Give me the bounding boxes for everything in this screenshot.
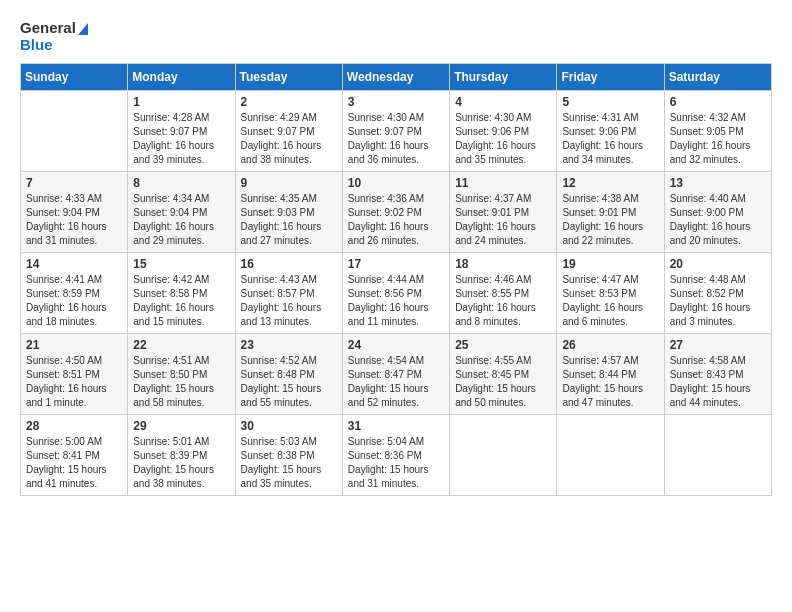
day-cell: 2Sunrise: 4:29 AMSunset: 9:07 PMDaylight…	[235, 91, 342, 172]
day-cell: 28Sunrise: 5:00 AMSunset: 8:41 PMDayligh…	[21, 415, 128, 496]
day-number: 17	[348, 257, 444, 271]
day-info: Sunrise: 4:41 AMSunset: 8:59 PMDaylight:…	[26, 273, 122, 329]
day-info: Sunrise: 5:04 AMSunset: 8:36 PMDaylight:…	[348, 435, 444, 491]
week-row-1: 1Sunrise: 4:28 AMSunset: 9:07 PMDaylight…	[21, 91, 772, 172]
day-number: 19	[562, 257, 658, 271]
day-cell: 8Sunrise: 4:34 AMSunset: 9:04 PMDaylight…	[128, 172, 235, 253]
day-info: Sunrise: 4:42 AMSunset: 8:58 PMDaylight:…	[133, 273, 229, 329]
day-number: 15	[133, 257, 229, 271]
day-cell: 21Sunrise: 4:50 AMSunset: 8:51 PMDayligh…	[21, 334, 128, 415]
day-info: Sunrise: 4:30 AMSunset: 9:06 PMDaylight:…	[455, 111, 551, 167]
day-number: 8	[133, 176, 229, 190]
day-cell	[557, 415, 664, 496]
day-number: 12	[562, 176, 658, 190]
day-number: 23	[241, 338, 337, 352]
day-number: 10	[348, 176, 444, 190]
day-info: Sunrise: 4:29 AMSunset: 9:07 PMDaylight:…	[241, 111, 337, 167]
day-number: 22	[133, 338, 229, 352]
day-number: 26	[562, 338, 658, 352]
day-cell: 12Sunrise: 4:38 AMSunset: 9:01 PMDayligh…	[557, 172, 664, 253]
day-number: 3	[348, 95, 444, 109]
day-info: Sunrise: 5:00 AMSunset: 8:41 PMDaylight:…	[26, 435, 122, 491]
day-number: 31	[348, 419, 444, 433]
day-cell: 29Sunrise: 5:01 AMSunset: 8:39 PMDayligh…	[128, 415, 235, 496]
day-cell: 10Sunrise: 4:36 AMSunset: 9:02 PMDayligh…	[342, 172, 449, 253]
day-info: Sunrise: 4:28 AMSunset: 9:07 PMDaylight:…	[133, 111, 229, 167]
day-cell	[21, 91, 128, 172]
day-number: 30	[241, 419, 337, 433]
day-cell: 27Sunrise: 4:58 AMSunset: 8:43 PMDayligh…	[664, 334, 771, 415]
day-number: 1	[133, 95, 229, 109]
logo: General Blue	[20, 20, 88, 53]
day-cell: 16Sunrise: 4:43 AMSunset: 8:57 PMDayligh…	[235, 253, 342, 334]
day-number: 25	[455, 338, 551, 352]
day-number: 24	[348, 338, 444, 352]
column-header-tuesday: Tuesday	[235, 64, 342, 91]
day-info: Sunrise: 4:40 AMSunset: 9:00 PMDaylight:…	[670, 192, 766, 248]
day-cell: 26Sunrise: 4:57 AMSunset: 8:44 PMDayligh…	[557, 334, 664, 415]
day-info: Sunrise: 4:57 AMSunset: 8:44 PMDaylight:…	[562, 354, 658, 410]
header: General Blue	[20, 20, 772, 53]
day-cell: 22Sunrise: 4:51 AMSunset: 8:50 PMDayligh…	[128, 334, 235, 415]
day-cell: 5Sunrise: 4:31 AMSunset: 9:06 PMDaylight…	[557, 91, 664, 172]
day-number: 13	[670, 176, 766, 190]
day-cell: 25Sunrise: 4:55 AMSunset: 8:45 PMDayligh…	[450, 334, 557, 415]
column-header-saturday: Saturday	[664, 64, 771, 91]
day-info: Sunrise: 4:38 AMSunset: 9:01 PMDaylight:…	[562, 192, 658, 248]
day-cell: 17Sunrise: 4:44 AMSunset: 8:56 PMDayligh…	[342, 253, 449, 334]
day-info: Sunrise: 4:31 AMSunset: 9:06 PMDaylight:…	[562, 111, 658, 167]
day-number: 20	[670, 257, 766, 271]
day-cell: 4Sunrise: 4:30 AMSunset: 9:06 PMDaylight…	[450, 91, 557, 172]
day-cell: 20Sunrise: 4:48 AMSunset: 8:52 PMDayligh…	[664, 253, 771, 334]
day-cell: 18Sunrise: 4:46 AMSunset: 8:55 PMDayligh…	[450, 253, 557, 334]
day-number: 21	[26, 338, 122, 352]
day-number: 16	[241, 257, 337, 271]
day-number: 6	[670, 95, 766, 109]
day-info: Sunrise: 4:55 AMSunset: 8:45 PMDaylight:…	[455, 354, 551, 410]
day-cell: 23Sunrise: 4:52 AMSunset: 8:48 PMDayligh…	[235, 334, 342, 415]
day-cell: 6Sunrise: 4:32 AMSunset: 9:05 PMDaylight…	[664, 91, 771, 172]
day-cell: 19Sunrise: 4:47 AMSunset: 8:53 PMDayligh…	[557, 253, 664, 334]
day-number: 9	[241, 176, 337, 190]
column-header-wednesday: Wednesday	[342, 64, 449, 91]
day-number: 14	[26, 257, 122, 271]
day-info: Sunrise: 4:36 AMSunset: 9:02 PMDaylight:…	[348, 192, 444, 248]
day-cell: 7Sunrise: 4:33 AMSunset: 9:04 PMDaylight…	[21, 172, 128, 253]
day-info: Sunrise: 4:44 AMSunset: 8:56 PMDaylight:…	[348, 273, 444, 329]
day-info: Sunrise: 4:46 AMSunset: 8:55 PMDaylight:…	[455, 273, 551, 329]
day-info: Sunrise: 5:03 AMSunset: 8:38 PMDaylight:…	[241, 435, 337, 491]
day-cell: 15Sunrise: 4:42 AMSunset: 8:58 PMDayligh…	[128, 253, 235, 334]
column-header-thursday: Thursday	[450, 64, 557, 91]
day-number: 27	[670, 338, 766, 352]
day-info: Sunrise: 4:30 AMSunset: 9:07 PMDaylight:…	[348, 111, 444, 167]
day-info: Sunrise: 4:58 AMSunset: 8:43 PMDaylight:…	[670, 354, 766, 410]
day-cell	[664, 415, 771, 496]
day-number: 4	[455, 95, 551, 109]
week-row-5: 28Sunrise: 5:00 AMSunset: 8:41 PMDayligh…	[21, 415, 772, 496]
column-header-monday: Monday	[128, 64, 235, 91]
day-number: 2	[241, 95, 337, 109]
column-header-sunday: Sunday	[21, 64, 128, 91]
header-row: SundayMondayTuesdayWednesdayThursdayFrid…	[21, 64, 772, 91]
day-info: Sunrise: 5:01 AMSunset: 8:39 PMDaylight:…	[133, 435, 229, 491]
day-cell: 31Sunrise: 5:04 AMSunset: 8:36 PMDayligh…	[342, 415, 449, 496]
day-info: Sunrise: 4:47 AMSunset: 8:53 PMDaylight:…	[562, 273, 658, 329]
day-cell: 30Sunrise: 5:03 AMSunset: 8:38 PMDayligh…	[235, 415, 342, 496]
day-info: Sunrise: 4:51 AMSunset: 8:50 PMDaylight:…	[133, 354, 229, 410]
day-cell: 1Sunrise: 4:28 AMSunset: 9:07 PMDaylight…	[128, 91, 235, 172]
day-info: Sunrise: 4:32 AMSunset: 9:05 PMDaylight:…	[670, 111, 766, 167]
day-info: Sunrise: 4:37 AMSunset: 9:01 PMDaylight:…	[455, 192, 551, 248]
week-row-2: 7Sunrise: 4:33 AMSunset: 9:04 PMDaylight…	[21, 172, 772, 253]
day-cell: 24Sunrise: 4:54 AMSunset: 8:47 PMDayligh…	[342, 334, 449, 415]
column-header-friday: Friday	[557, 64, 664, 91]
day-info: Sunrise: 4:54 AMSunset: 8:47 PMDaylight:…	[348, 354, 444, 410]
day-info: Sunrise: 4:34 AMSunset: 9:04 PMDaylight:…	[133, 192, 229, 248]
week-row-3: 14Sunrise: 4:41 AMSunset: 8:59 PMDayligh…	[21, 253, 772, 334]
week-row-4: 21Sunrise: 4:50 AMSunset: 8:51 PMDayligh…	[21, 334, 772, 415]
day-number: 11	[455, 176, 551, 190]
day-info: Sunrise: 4:52 AMSunset: 8:48 PMDaylight:…	[241, 354, 337, 410]
day-info: Sunrise: 4:43 AMSunset: 8:57 PMDaylight:…	[241, 273, 337, 329]
day-number: 29	[133, 419, 229, 433]
day-cell: 9Sunrise: 4:35 AMSunset: 9:03 PMDaylight…	[235, 172, 342, 253]
day-number: 5	[562, 95, 658, 109]
